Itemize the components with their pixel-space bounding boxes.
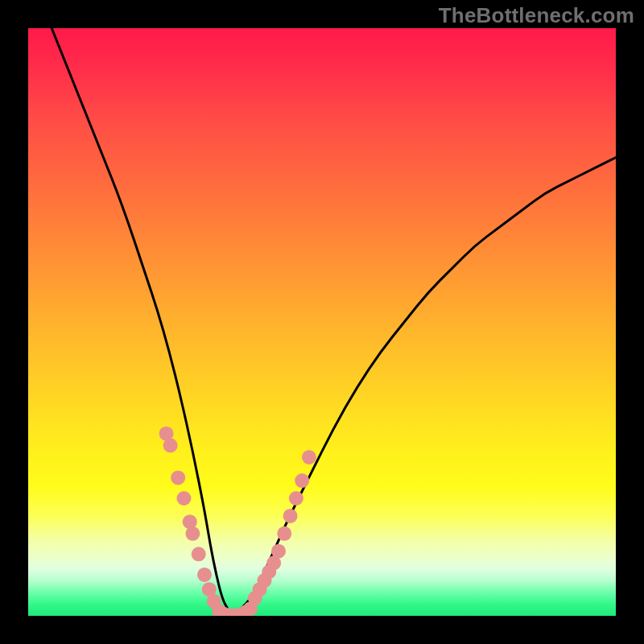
data-dot	[283, 509, 298, 523]
watermark-text: TheBottleneck.com	[439, 3, 634, 28]
data-dot	[192, 547, 206, 561]
curve-layer	[28, 28, 616, 616]
bottleneck-curve	[52, 28, 616, 614]
data-dot	[185, 526, 200, 541]
data-dot	[277, 526, 291, 541]
data-dot	[295, 473, 309, 488]
chart-frame: TheBottleneck.com	[0, 0, 644, 644]
data-dot	[289, 491, 303, 506]
data-dot	[302, 450, 316, 464]
data-dot	[197, 568, 212, 582]
data-dot	[163, 438, 178, 452]
data-dot	[171, 470, 185, 485]
plot-area	[28, 28, 616, 616]
data-dots	[159, 427, 316, 616]
data-dot	[271, 544, 286, 559]
data-dot	[176, 491, 191, 506]
